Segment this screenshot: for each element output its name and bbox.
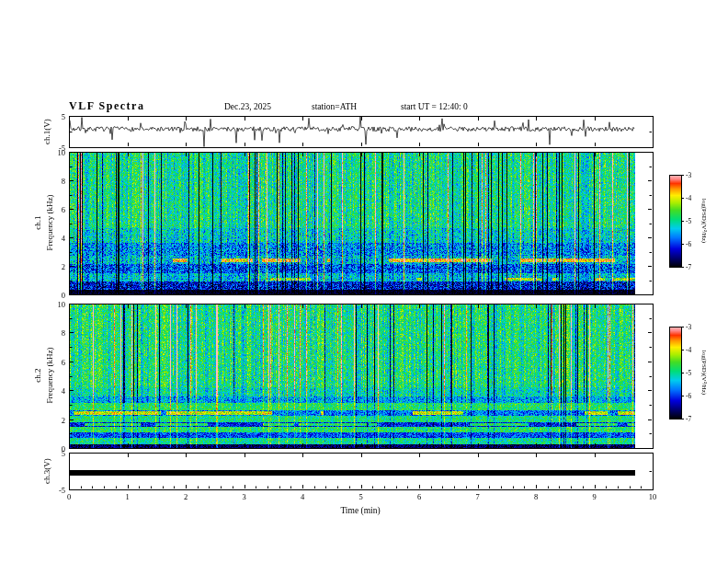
colorbar2-tick-label: -6 [686, 393, 691, 400]
ch1-spectrogram-ytick-label: 8 [62, 177, 65, 185]
colorbar2-label: log(PSD)(V²/Hz) [700, 350, 707, 395]
x-tick-label: 7 [475, 493, 479, 501]
vlf-spectra-figure: VLF Spectra Dec.23, 2025 station=ATH sta… [0, 0, 728, 563]
x-tick-label: 6 [417, 493, 421, 501]
x-tick-label: 8 [534, 493, 538, 501]
ch3-waveform-ytick-label: -5 [59, 486, 65, 494]
ch2-spectrogram-axis-label-line2: Frequency (kHz) [46, 347, 54, 403]
ch1-voltage-axis-label: ch.1(V) [43, 119, 51, 144]
ch3-voltage-axis-label: ch.3(V) [43, 458, 51, 484]
ch2-spectrogram-ytick-label: 8 [62, 328, 65, 337]
colorbar2-tick-label: -4 [686, 347, 691, 354]
colorbar1-label: log(PSD)(V²/Hz) [700, 199, 707, 243]
ch2-spectrogram-ytick-label: 4 [62, 386, 65, 395]
figure-start-ut: start UT = 12:40: 0 [401, 103, 468, 112]
ch1-spectrogram-ytick-label: 4 [62, 234, 65, 242]
colorbar1-tick-label: -4 [686, 195, 691, 202]
x-tick-label: 10 [649, 493, 657, 501]
x-axis-label: Time (min) [340, 507, 380, 516]
x-tick-label: 4 [301, 493, 304, 501]
colorbar2-tick-label: -3 [686, 324, 691, 331]
colorbar2-tick-label: -7 [686, 416, 691, 423]
figure-title: VLF Spectra [69, 100, 144, 111]
x-tick-label: 1 [125, 493, 129, 501]
x-tick-label: 3 [242, 493, 245, 501]
ch3-waveform-ytick-label: 5 [62, 449, 65, 457]
figure-station: station=ATH [312, 103, 357, 112]
x-tick-label: 2 [184, 493, 188, 501]
ch2-spectrogram-ytick-label: 2 [62, 416, 65, 424]
x-tick-label: 9 [592, 493, 596, 501]
ch1-spectrogram-ytick-label: 0 [62, 291, 65, 299]
ch1-spectrogram-axis-label-line1: ch.1 [34, 215, 42, 229]
ch1-spectrogram-ytick-label: 6 [62, 205, 65, 213]
ch1-spectrogram-ytick-label: 2 [62, 262, 65, 270]
ch2-spectrogram-axis-label-line1: ch.2 [34, 368, 42, 382]
colorbar1-tick-label: -5 [686, 218, 691, 225]
ch2-spectrogram-ytick-label: 6 [62, 358, 65, 366]
ch1-spectrogram-ytick-label: 10 [58, 148, 66, 156]
ch1-waveform-ytick-label: 5 [62, 112, 65, 121]
figure-date: Dec.23, 2025 [224, 103, 271, 112]
colorbar2-tick-label: -5 [686, 370, 691, 377]
colorbar1-tick-label: -6 [686, 241, 691, 248]
ch1-spectrogram-axis-label-line2: Frequency (kHz) [46, 194, 54, 250]
colorbar1-tick-label: -7 [686, 264, 691, 271]
ch2-spectrogram-ytick-label: 10 [58, 300, 66, 308]
x-tick-label: 5 [358, 493, 362, 501]
x-tick-label: 0 [67, 493, 71, 501]
colorbar1-tick-label: -3 [686, 172, 691, 179]
spectra-plot-canvas [0, 0, 728, 563]
